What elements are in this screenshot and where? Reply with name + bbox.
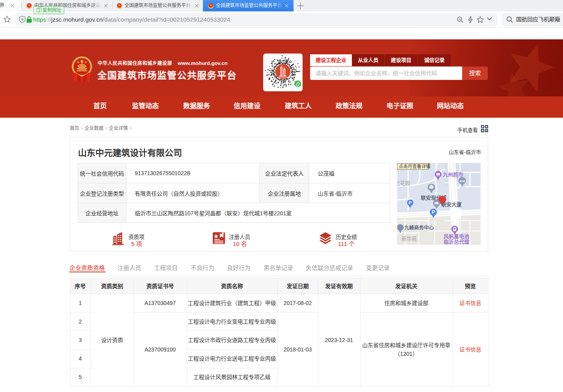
svg-text:九峰商务中心: 九峰商务中心 (404, 225, 434, 231)
svg-text:联安大厦: 联安大厦 (441, 202, 462, 207)
svg-text:九州超市: 九州超市 (442, 172, 463, 178)
svg-text:己花园: 己花园 (397, 180, 410, 186)
svg-text:P: P (432, 209, 435, 215)
svg-text:风帆蓄电池: 风帆蓄电池 (444, 233, 469, 239)
svg-text:全国建筑市场监管: 全国建筑市场监管 (277, 77, 289, 79)
svg-text:临沂总代理: 临沂总代理 (444, 239, 469, 245)
svg-text:P: P (409, 200, 411, 205)
svg-text:点击可查看详情: 点击可查看详情 (399, 164, 431, 169)
svg-text:新华苑: 新华苑 (401, 236, 417, 242)
svg-text:ATM: ATM (459, 180, 465, 183)
